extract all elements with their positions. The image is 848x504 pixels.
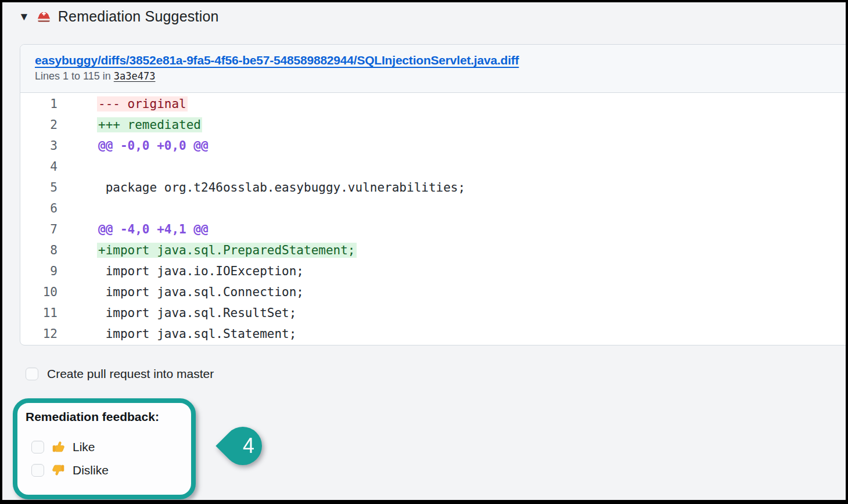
diff-line: 2 +++ remediated bbox=[20, 114, 848, 135]
diff-line: 4 bbox=[20, 156, 848, 177]
dislike-option-row: Dislike bbox=[31, 463, 191, 477]
thumbs-up-icon bbox=[51, 440, 66, 454]
dislike-label: Dislike bbox=[73, 463, 109, 477]
diff-line: 5 package org.t246osslab.easybuggy.vulne… bbox=[20, 177, 848, 198]
annotation-balloon-4: 4 bbox=[215, 418, 271, 474]
line-number: 5 bbox=[20, 177, 58, 198]
diff-line: 3 @@ -0,0 +0,0 @@ bbox=[20, 135, 848, 156]
line-code-text: import java.io.IOException; bbox=[97, 264, 305, 279]
line-number: 11 bbox=[20, 303, 58, 323]
line-code-text: @@ -4,0 +4,1 @@ bbox=[97, 222, 210, 237]
diff-line: 1 --- original bbox=[20, 93, 848, 114]
section-header: ▼ Remediation Suggestion bbox=[19, 8, 219, 25]
line-code-text: import java.sql.ResultSet; bbox=[97, 305, 297, 321]
collapse-triangle-icon[interactable]: ▼ bbox=[19, 11, 30, 22]
line-code-text: +++ remediated bbox=[97, 117, 202, 132]
diff-body: 1 --- original 2 +++ remediated 3 @@ -0,… bbox=[20, 93, 848, 344]
diff-line: 12 import java.sql.Statement; bbox=[20, 323, 848, 344]
line-code-text bbox=[97, 159, 99, 174]
create-pr-label: Create pull request into master bbox=[47, 367, 214, 381]
diff-line: 8 +import java.sql.PreparedStatement; bbox=[20, 240, 848, 261]
line-number: 9 bbox=[20, 261, 58, 282]
line-code-text: @@ -0,0 +0,0 @@ bbox=[97, 138, 210, 153]
line-number: 3 bbox=[20, 135, 58, 156]
line-number: 1 bbox=[20, 93, 58, 114]
balloon-teardrop-shape bbox=[215, 419, 270, 473]
like-label: Like bbox=[73, 440, 95, 454]
section-title: Remediation Suggestion bbox=[58, 8, 219, 25]
commit-ref-link[interactable]: 3a3e473 bbox=[114, 70, 156, 82]
lines-range: Lines 1 to 115 in 3a3e473 bbox=[35, 70, 838, 82]
line-number: 6 bbox=[20, 198, 58, 219]
diff-file-link[interactable]: easybuggy/diffs/3852e81a-9fa5-4f56-be57-… bbox=[35, 53, 519, 67]
lines-range-text: Lines 1 to 115 in bbox=[35, 70, 114, 82]
line-number: 8 bbox=[20, 240, 58, 261]
create-pr-checkbox[interactable] bbox=[26, 368, 38, 380]
line-number: 10 bbox=[20, 282, 58, 303]
thumbs-down-icon bbox=[51, 463, 66, 477]
line-code-text bbox=[97, 201, 99, 216]
line-code-text: --- original bbox=[97, 96, 188, 111]
line-code-text: +import java.sql.PreparedStatement; bbox=[97, 243, 357, 258]
line-code-text: package org.t246osslab.easybuggy.vulnera… bbox=[97, 180, 466, 195]
remediation-feedback-box: Remediation feedback: Like Dislike bbox=[13, 398, 196, 499]
line-number: 12 bbox=[20, 323, 58, 344]
feedback-title: Remediation feedback: bbox=[26, 410, 191, 424]
diff-line: 6 bbox=[20, 198, 848, 219]
diff-line: 10 import java.sql.Connection; bbox=[20, 282, 848, 303]
like-option-row: Like bbox=[31, 440, 191, 454]
diff-line: 11 import java.sql.ResultSet; bbox=[20, 303, 848, 323]
screenshot-frame: ▼ Remediation Suggestion easybuggy/diffs… bbox=[0, 0, 848, 504]
dislike-checkbox[interactable] bbox=[31, 464, 44, 477]
create-pr-row: Create pull request into master bbox=[26, 367, 214, 381]
diff-line: 7 @@ -4,0 +4,1 @@ bbox=[20, 219, 848, 240]
line-number: 2 bbox=[20, 114, 58, 135]
like-checkbox[interactable] bbox=[31, 441, 44, 453]
line-number: 7 bbox=[20, 219, 58, 240]
diff-card: easybuggy/diffs/3852e81a-9fa5-4f56-be57-… bbox=[20, 44, 848, 345]
line-code-text: import java.sql.Statement; bbox=[97, 326, 297, 341]
line-number: 4 bbox=[20, 156, 58, 177]
annotation-step-number: 4 bbox=[221, 418, 276, 474]
diff-line: 9 import java.io.IOException; bbox=[20, 261, 848, 282]
diff-card-header: easybuggy/diffs/3852e81a-9fa5-4f56-be57-… bbox=[20, 45, 848, 93]
line-code-text: import java.sql.Connection; bbox=[97, 285, 305, 300]
rescue-helmet-icon bbox=[36, 9, 52, 24]
